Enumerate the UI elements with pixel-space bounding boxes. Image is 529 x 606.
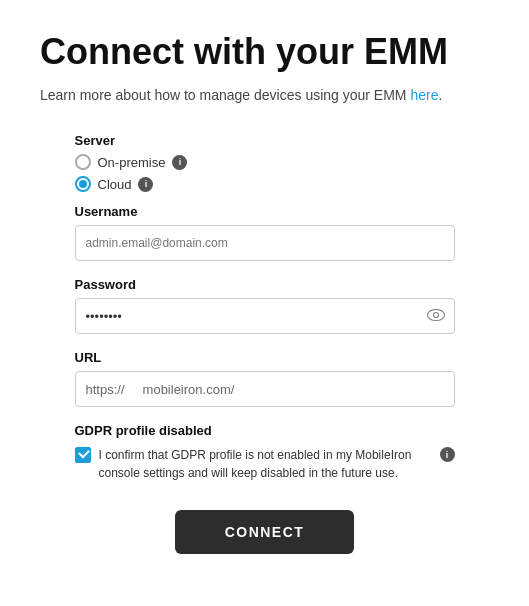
cloud-info-icon[interactable]: i bbox=[138, 177, 153, 192]
connect-button[interactable]: CONNECT bbox=[175, 510, 355, 554]
password-input[interactable] bbox=[75, 298, 455, 334]
url-input[interactable] bbox=[75, 371, 455, 407]
gdpr-info-icon[interactable]: i bbox=[440, 447, 455, 462]
password-field: Password bbox=[75, 277, 455, 334]
eye-icon[interactable] bbox=[427, 308, 445, 324]
username-field: Username bbox=[75, 204, 455, 261]
gdpr-text: I confirm that GDPR profile is not enabl… bbox=[99, 446, 434, 482]
gdpr-label: GDPR profile disabled bbox=[75, 423, 455, 438]
svg-point-0 bbox=[427, 310, 444, 321]
gdpr-checkbox[interactable] bbox=[75, 447, 91, 463]
cloud-label: Cloud bbox=[98, 177, 132, 192]
username-input[interactable] bbox=[75, 225, 455, 261]
form-container: Server On-premise i Cloud i Username Pas… bbox=[75, 133, 455, 554]
on-premise-radio[interactable] bbox=[75, 154, 91, 170]
svg-point-1 bbox=[433, 313, 438, 318]
gdpr-row: I confirm that GDPR profile is not enabl… bbox=[75, 446, 455, 482]
cloud-radio[interactable] bbox=[75, 176, 91, 192]
server-label: Server bbox=[75, 133, 455, 148]
on-premise-option[interactable]: On-premise i bbox=[75, 154, 455, 170]
on-premise-info-icon[interactable]: i bbox=[172, 155, 187, 170]
cloud-option[interactable]: Cloud i bbox=[75, 176, 455, 192]
server-field: Server On-premise i Cloud i bbox=[75, 133, 455, 192]
gdpr-section: GDPR profile disabled I confirm that GDP… bbox=[75, 423, 455, 482]
password-label: Password bbox=[75, 277, 455, 292]
url-field: URL bbox=[75, 350, 455, 407]
username-label: Username bbox=[75, 204, 455, 219]
url-label: URL bbox=[75, 350, 455, 365]
page-title: Connect with your EMM bbox=[40, 30, 489, 73]
subtitle: Learn more about how to manage devices u… bbox=[40, 87, 489, 103]
on-premise-label: On-premise bbox=[98, 155, 166, 170]
here-link[interactable]: here bbox=[410, 87, 438, 103]
radio-group: On-premise i Cloud i bbox=[75, 154, 455, 192]
password-wrapper bbox=[75, 298, 455, 334]
connect-btn-wrapper: CONNECT bbox=[75, 510, 455, 554]
